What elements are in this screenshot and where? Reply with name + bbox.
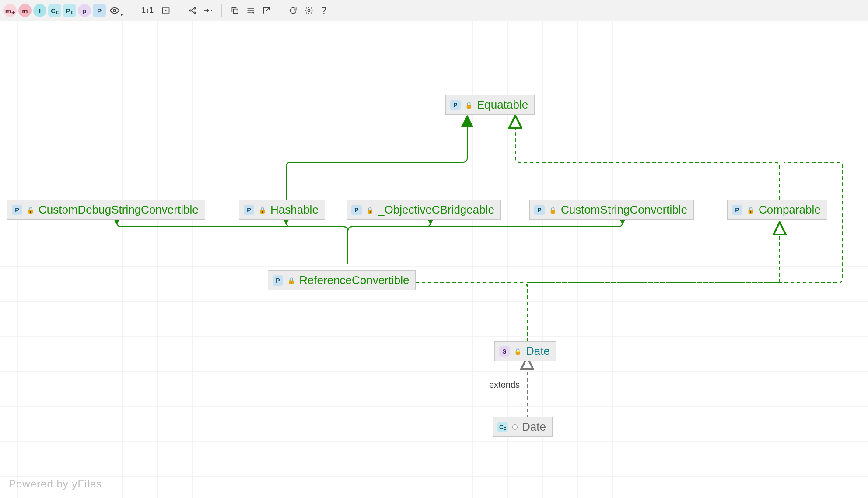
protocol-badge-icon: P bbox=[732, 205, 742, 215]
node-label: Date bbox=[526, 344, 550, 358]
node-label: Hashable bbox=[270, 203, 318, 217]
lock-icon: 🔒 bbox=[366, 207, 374, 214]
edges-layer bbox=[0, 21, 868, 498]
lock-icon: 🔒 bbox=[27, 207, 34, 214]
lock-icon: 🔒 bbox=[514, 348, 522, 355]
svg-rect-7 bbox=[234, 9, 238, 14]
node-equatable[interactable]: P 🔒 Equatable bbox=[445, 95, 535, 115]
svg-point-2 bbox=[165, 10, 166, 11]
collapse-icon[interactable] bbox=[201, 4, 215, 18]
node-comparable[interactable]: P 🔒 Comparable bbox=[727, 200, 827, 220]
refresh-icon[interactable] bbox=[286, 4, 300, 18]
svg-point-4 bbox=[194, 7, 195, 9]
fit-screen-icon[interactable] bbox=[159, 4, 173, 18]
node-label: ReferenceConvertible bbox=[299, 274, 409, 287]
svg-point-6 bbox=[211, 10, 212, 11]
node-label: Date bbox=[522, 420, 546, 434]
node-hashable[interactable]: P 🔒 Hashable bbox=[239, 200, 325, 220]
node-referenceConvertible[interactable]: P 🔒 ReferenceConvertible bbox=[268, 270, 416, 290]
node-customDebugStringConvertible[interactable]: P 🔒 CustomDebugStringConvertible bbox=[7, 200, 205, 220]
align-icon[interactable] bbox=[244, 4, 258, 18]
lock-icon: 🔒 bbox=[549, 207, 556, 214]
toolbar-separator bbox=[280, 4, 280, 17]
chip-p-blue[interactable]: P bbox=[93, 4, 106, 17]
chip-p-lav[interactable]: p bbox=[78, 4, 91, 17]
chip-mk[interactable]: m★ bbox=[4, 4, 17, 17]
lock-icon: 🔒 bbox=[259, 207, 266, 214]
protocol-badge-icon: P bbox=[273, 275, 283, 286]
toolbar-separator bbox=[221, 4, 222, 17]
edge-label-extends: extends bbox=[489, 380, 520, 390]
node-label: CustomDebugStringConvertible bbox=[38, 203, 199, 217]
toolbar: m★ m I CE PE p P ▾ 1:1 bbox=[0, 0, 868, 21]
protocol-badge-icon: P bbox=[351, 205, 362, 215]
svg-point-8 bbox=[308, 10, 310, 12]
zoom-1to1[interactable]: 1:1 bbox=[138, 4, 157, 18]
svg-point-5 bbox=[194, 12, 195, 13]
help-icon[interactable]: ? bbox=[318, 4, 330, 18]
protocol-badge-icon: P bbox=[534, 205, 545, 215]
lock-icon: 🔒 bbox=[287, 277, 295, 284]
chip-i[interactable]: I bbox=[33, 4, 46, 17]
node-label: CustomStringConvertible bbox=[561, 203, 687, 217]
extension-badge-icon: CE bbox=[497, 422, 508, 432]
watermark: Powered by yFiles bbox=[9, 478, 102, 490]
toolbar-separator bbox=[132, 4, 132, 17]
svg-point-0 bbox=[113, 9, 116, 12]
node-date-ext[interactable]: CE Date bbox=[493, 417, 553, 437]
chip-ce[interactable]: CE bbox=[48, 4, 61, 17]
struct-badge-icon: S bbox=[499, 346, 510, 357]
copy-icon[interactable] bbox=[228, 4, 242, 18]
node-customStringConvertible[interactable]: P 🔒 CustomStringConvertible bbox=[529, 200, 694, 220]
toolbar-separator bbox=[179, 4, 179, 17]
protocol-badge-icon: P bbox=[12, 205, 22, 215]
node-label: Comparable bbox=[759, 203, 821, 217]
lock-icon: 🔒 bbox=[747, 207, 754, 214]
export-icon[interactable] bbox=[259, 4, 273, 18]
chip-pe[interactable]: PE bbox=[63, 4, 76, 17]
lock-icon: 🔒 bbox=[465, 102, 472, 109]
chip-m[interactable]: m bbox=[18, 4, 32, 17]
protocol-badge-icon: P bbox=[244, 205, 254, 215]
diagram-canvas[interactable]: P 🔒 Equatable P 🔒 CustomDebugStringConve… bbox=[0, 21, 868, 498]
protocol-badge-icon: P bbox=[450, 100, 461, 110]
node-date-struct[interactable]: S 🔒 Date bbox=[494, 341, 556, 361]
visibility-icon bbox=[512, 424, 518, 430]
eye-icon[interactable] bbox=[108, 4, 122, 18]
svg-point-3 bbox=[189, 10, 191, 11]
node-label: Equatable bbox=[477, 98, 528, 112]
share-icon[interactable] bbox=[186, 4, 200, 18]
node-objcBridgeable[interactable]: P 🔒 _ObjectiveCBridgeable bbox=[346, 200, 501, 220]
node-label: _ObjectiveCBridgeable bbox=[378, 203, 494, 217]
settings-icon[interactable] bbox=[302, 4, 316, 18]
